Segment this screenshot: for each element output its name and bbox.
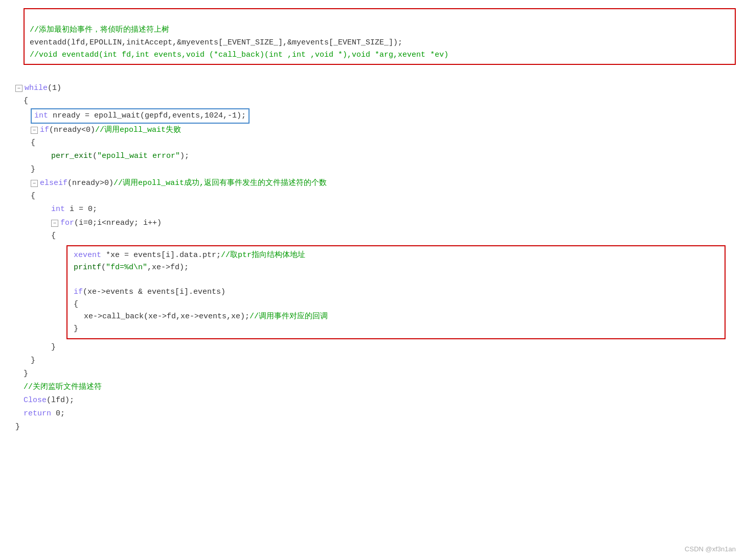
inner-red-box: xevent *xe = events[i].data.ptr;//取ptr指向… (66, 245, 726, 339)
return-keyword: return (24, 409, 51, 418)
for-args: (i=0;i<nready; i++) (74, 217, 162, 229)
comment-if1: //调用epoll_wait失败 (95, 124, 181, 136)
perr-exit-str: "epoll_wait error" (97, 152, 180, 160)
blank-line (74, 274, 718, 286)
int-keyword-i: int (51, 205, 65, 214)
comment-line1: //添加最初始事件，将侦听的描述符上树 (30, 26, 169, 34)
top-red-box-wrapper: //添加最初始事件，将侦听的描述符上树 eventadd(lfd,EPOLLIN… (0, 51, 746, 59)
perr-exit-args: ( (93, 152, 97, 160)
else-if-line: − else if(nready>0) //调用epoll_wait成功,返回有… (31, 177, 746, 190)
brace-close-for: } (51, 341, 746, 355)
fold-for-icon[interactable]: − (51, 220, 58, 227)
fold-else-if-icon[interactable]: − (31, 180, 38, 187)
if-keyword-events: if (74, 288, 83, 296)
brace-open-else-if: { (31, 190, 746, 203)
eventadd-line: eventadd(lfd,EPOLLIN,initAccept,&myevent… (30, 38, 402, 47)
brace-open-if1: { (31, 137, 746, 150)
brace-open-for: { (51, 230, 746, 243)
xevent-type: xevent (74, 251, 106, 260)
int-i-rest: i = 0; (65, 205, 97, 214)
printf-str: "fd=%d\n" (106, 263, 147, 272)
fold-while-icon[interactable]: − (15, 85, 22, 92)
brace-close-if-events: } (74, 323, 718, 335)
if-events-cond: (xe->events & events[i].events) (83, 288, 225, 296)
int-keyword-nready: int (34, 111, 48, 120)
printf-line: printf("fd=%d\n",xe->fd); (74, 262, 718, 274)
close-lfd-line: Close(lfd); (24, 394, 746, 408)
if-keyword-2: if (58, 177, 67, 190)
perr-exit-line: perr_exit("epoll_wait error"); (41, 150, 746, 164)
xe-comment: //取ptr指向结构体地址 (221, 251, 305, 260)
brace-close-if1: } (31, 164, 746, 177)
close-args: (lfd); (47, 396, 74, 405)
if-keyword-1: if (40, 124, 49, 136)
int-nready-line: int nready = epoll_wait(gepfd,events,102… (31, 108, 746, 124)
if-events-line: if(xe->events & events[i].events) (74, 286, 718, 298)
brace-close-else-if: } (31, 355, 746, 368)
while-brace-open: { (24, 95, 746, 108)
close-comment: //关闭监听文件描述符 (24, 383, 102, 391)
xe-line: xevent *xe = events[i].data.ptr;//取ptr指向… (74, 249, 718, 262)
callback-line: xe->call_back(xe->fd,xe->events,xe);//调用… (74, 311, 718, 323)
xe-rest: *xe = events[i].data.ptr; (106, 251, 221, 260)
if-cond-2: (nready>0) (67, 177, 114, 190)
final-brace: } (15, 421, 746, 434)
while-keyword: while (25, 82, 48, 95)
callback-code: xe->call_back(xe->fd,xe->events,xe); (84, 312, 250, 321)
close-fn: Close (24, 396, 47, 405)
if-cond-1: (nready<0) (49, 124, 95, 136)
comment-if2: //调用epoll_wait成功,返回有事件发生的文件描述符的个数 (114, 177, 327, 190)
int-i-line: int i = 0; (51, 203, 746, 217)
comment-line3: //void eventadd(int fd,int events,void (… (30, 51, 448, 59)
while-line: − while(1) (15, 82, 746, 95)
return-value: 0; (51, 409, 65, 418)
if-nready-lt0-line: − if(nready<0) //调用epoll_wait失败 (31, 124, 746, 137)
for-keyword: for (60, 217, 74, 229)
fold-if-icon[interactable]: − (31, 127, 38, 134)
perr-exit-fn: perr_exit (51, 152, 93, 160)
brace-open-if-events: { (74, 298, 718, 311)
for-line: − for(i=0;i<nready; i++) (51, 217, 746, 230)
else-keyword: else (40, 177, 58, 190)
printf-fn: printf (74, 263, 101, 272)
callback-comment: //调用事件对应的回调 (250, 312, 328, 321)
brace-close-while: } (24, 368, 746, 381)
nready-rest: nready = epoll_wait(gepfd,events,1024,-1… (48, 111, 246, 120)
watermark: CSDN @xf3n1an (685, 544, 736, 555)
while-cond: (1) (48, 82, 61, 95)
return-line: return 0; (24, 408, 746, 421)
close-comment-line: //关闭监听文件描述符 (24, 381, 746, 394)
code-container: //添加最初始事件，将侦听的描述符上树 eventadd(lfd,EPOLLIN… (0, 0, 746, 560)
